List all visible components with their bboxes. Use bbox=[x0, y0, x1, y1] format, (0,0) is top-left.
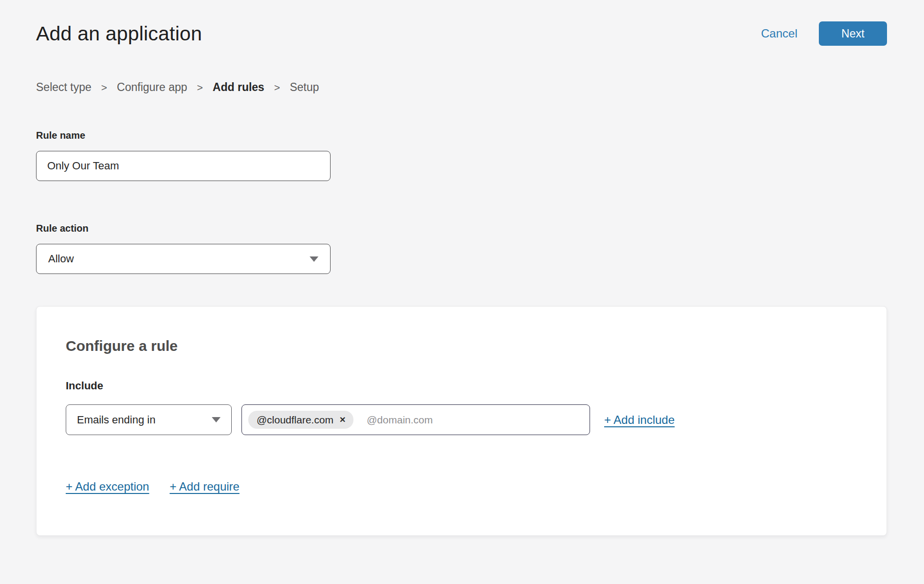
header-actions: Cancel Next bbox=[761, 21, 887, 46]
rule-card-links: + Add exception + Add require bbox=[66, 480, 857, 493]
cancel-button[interactable]: Cancel bbox=[761, 27, 797, 40]
add-include-link[interactable]: + Add include bbox=[604, 413, 675, 427]
breadcrumb-step-add-rules[interactable]: Add rules bbox=[213, 81, 264, 94]
page-title: Add an application bbox=[36, 22, 202, 45]
include-selector[interactable]: Emails ending in bbox=[66, 404, 232, 435]
breadcrumb-step-setup[interactable]: Setup bbox=[290, 81, 319, 94]
rule-action-selected-value: Allow bbox=[48, 253, 74, 265]
include-label: Include bbox=[66, 380, 857, 392]
rule-name-label: Rule name bbox=[36, 130, 887, 141]
configure-rule-card: Configure a rule Include Emails ending i… bbox=[36, 306, 887, 536]
include-value-input[interactable]: @cloudflare.com ✕ bbox=[241, 404, 590, 435]
email-domain-chip: @cloudflare.com ✕ bbox=[248, 411, 353, 429]
page-header: Add an application Cancel Next bbox=[36, 21, 887, 46]
breadcrumb-separator: > bbox=[101, 82, 107, 93]
chevron-down-icon bbox=[212, 417, 221, 422]
breadcrumb-step-configure-app[interactable]: Configure app bbox=[117, 81, 187, 94]
rule-action-select[interactable]: Allow bbox=[36, 244, 331, 274]
chevron-down-icon bbox=[310, 256, 318, 262]
add-require-link[interactable]: + Add require bbox=[169, 480, 239, 493]
add-exception-link[interactable]: + Add exception bbox=[66, 480, 149, 493]
rule-card-title: Configure a rule bbox=[66, 338, 857, 354]
include-rule-row: Emails ending in @cloudflare.com ✕ + Add… bbox=[66, 404, 857, 435]
next-button[interactable]: Next bbox=[819, 21, 887, 46]
breadcrumb-separator: > bbox=[197, 82, 203, 93]
email-domain-chip-text: @cloudflare.com bbox=[257, 414, 333, 426]
breadcrumb-separator: > bbox=[274, 82, 280, 93]
email-domain-text-input[interactable] bbox=[367, 414, 583, 426]
breadcrumb: Select type > Configure app > Add rules … bbox=[36, 81, 887, 94]
add-application-page: Add an application Cancel Next Select ty… bbox=[0, 0, 924, 536]
include-selector-value: Emails ending in bbox=[77, 414, 155, 426]
rule-name-input[interactable] bbox=[36, 151, 331, 181]
remove-icon[interactable]: ✕ bbox=[339, 416, 346, 424]
breadcrumb-step-select-type[interactable]: Select type bbox=[36, 81, 92, 94]
rule-action-label: Rule action bbox=[36, 223, 887, 234]
